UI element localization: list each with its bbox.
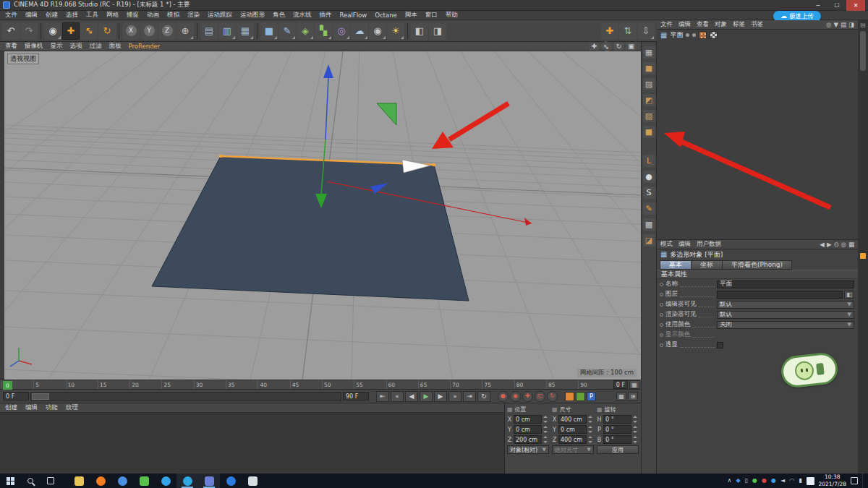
- viewport-canvas[interactable]: [4, 51, 641, 380]
- menu-item[interactable]: 捕捉: [127, 11, 139, 20]
- attribute-menu-item[interactable]: 模式: [660, 240, 673, 249]
- render-visibility-dropdown[interactable]: 默认▼: [717, 311, 854, 319]
- primitive-cube-icon[interactable]: ■: [260, 22, 278, 40]
- mouse-icon[interactable]: ●: [643, 171, 655, 183]
- instance-cube-icon[interactable]: ▧: [643, 110, 655, 122]
- cloud-tray-icon[interactable]: ●: [771, 478, 776, 484]
- menu-item[interactable]: 脚本: [405, 11, 417, 20]
- paint-brush-icon[interactable]: ✎: [643, 202, 655, 215]
- layout-icon[interactable]: ▤: [860, 22, 866, 28]
- render-view-icon[interactable]: ▤: [200, 22, 218, 40]
- next-frame-button[interactable]: ▶: [434, 391, 447, 402]
- material-menu-item[interactable]: 创建: [5, 403, 17, 412]
- keyframe-dot-icon[interactable]: [660, 313, 663, 317]
- x-axis-lock-icon[interactable]: X: [122, 22, 140, 40]
- menu-item[interactable]: 流水线: [293, 11, 312, 20]
- object-manager-menu-item[interactable]: 文件: [660, 20, 673, 29]
- z-axis-lock-icon[interactable]: Z: [158, 22, 176, 40]
- menu-item[interactable]: 创建: [46, 11, 58, 20]
- editor-visibility-dropdown[interactable]: 默认▼: [717, 301, 854, 309]
- file-explorer-icon[interactable]: [68, 474, 90, 488]
- menu-item[interactable]: RealFlow: [340, 12, 367, 19]
- object-name[interactable]: 平面: [670, 30, 683, 40]
- object-manager-menu-item[interactable]: 查看: [697, 20, 709, 29]
- start-button[interactable]: [0, 474, 20, 488]
- spinner[interactable]: [588, 415, 594, 424]
- environment-icon[interactable]: ☁: [351, 22, 368, 40]
- timeline-playhead[interactable]: 0: [3, 381, 12, 390]
- panel-icon[interactable]: ◨: [848, 21, 854, 28]
- name-field[interactable]: 平面: [717, 281, 854, 288]
- apply-button[interactable]: 应用: [597, 445, 639, 454]
- viewport-menu-item[interactable]: 查看: [5, 42, 17, 51]
- usb-icon[interactable]: ▯: [745, 478, 748, 484]
- key-mode-icon[interactable]: ▦: [616, 392, 626, 401]
- keyframe-dot-icon[interactable]: [660, 293, 663, 296]
- editor-visibility-dot[interactable]: [686, 33, 689, 37]
- current-frame-field[interactable]: 0 F: [613, 380, 628, 389]
- size-z-field[interactable]: 400 cm: [558, 435, 587, 444]
- material-menu-item[interactable]: 编辑: [25, 403, 38, 412]
- notification-center-icon[interactable]: [851, 477, 858, 484]
- spinner[interactable]: [633, 425, 639, 434]
- menu-item[interactable]: 插件: [320, 11, 332, 20]
- selection-tag-icon[interactable]: [699, 31, 707, 39]
- plane-object[interactable]: [152, 156, 469, 301]
- tab-phong[interactable]: 平滑着色(Phong): [722, 260, 792, 270]
- close-button[interactable]: ✕: [846, 0, 865, 11]
- layer-field[interactable]: [717, 291, 843, 299]
- record-keyframe-button[interactable]: ●: [498, 391, 509, 402]
- object-manager-menu-item[interactable]: 书签: [751, 20, 763, 29]
- attribute-menu-item[interactable]: 编辑: [678, 240, 691, 249]
- attribute-menu-item[interactable]: 用户数据: [697, 240, 721, 249]
- next-key-button[interactable]: »: [448, 391, 461, 402]
- layout-single-view-icon[interactable]: ◧: [411, 22, 428, 40]
- options-icon[interactable]: ⊞: [628, 392, 638, 401]
- viewport-menu-item[interactable]: 摄像机: [25, 42, 43, 51]
- separator[interactable]: [119, 23, 119, 39]
- workplane-move-icon[interactable]: ✚: [601, 22, 618, 40]
- layout-quad-view-icon[interactable]: ◨: [429, 22, 446, 40]
- menu-item[interactable]: 运动跟踪: [208, 11, 232, 20]
- axis-edit-icon[interactable]: ⇅: [619, 22, 637, 40]
- panel-tab-marker[interactable]: [860, 253, 866, 259]
- coordinate-mode-dropdown[interactable]: 对象(相对)▼: [507, 445, 549, 454]
- move-tool-icon[interactable]: ✚: [62, 22, 80, 40]
- input-method-icon[interactable]: [807, 477, 814, 485]
- y-axis-lock-icon[interactable]: Y: [140, 22, 158, 40]
- record-scale-toggle[interactable]: ◱: [535, 391, 545, 402]
- maximize-button[interactable]: ☐: [827, 0, 846, 11]
- show-desktop-button[interactable]: [862, 474, 866, 488]
- cinema4d-icon[interactable]: [198, 474, 220, 488]
- pan-view-icon[interactable]: ✚: [590, 43, 599, 51]
- record-position-toggle[interactable]: ✚: [522, 391, 533, 402]
- keyframe-dot-icon[interactable]: [660, 343, 663, 347]
- timeline-ruler[interactable]: 051015202530354045505560657075808590 0 F…: [0, 380, 641, 390]
- object-manager-menu-item[interactable]: 标签: [733, 20, 745, 29]
- keyframe-dot-icon[interactable]: [660, 333, 663, 337]
- menu-item[interactable]: 编辑: [25, 11, 38, 20]
- menu-item[interactable]: 选择: [66, 11, 78, 20]
- cube-small-icon[interactable]: ◪: [643, 234, 655, 247]
- search-button[interactable]: [20, 474, 41, 488]
- viewport-menu-item[interactable]: 过滤: [90, 42, 102, 51]
- menu-item[interactable]: 文件: [5, 11, 17, 20]
- app-blue-icon[interactable]: [111, 474, 133, 488]
- loop-button[interactable]: ↻: [477, 391, 490, 402]
- position-x-field[interactable]: 0 cm: [514, 415, 542, 424]
- textured-cube-icon[interactable]: ▨: [643, 78, 655, 90]
- recorder-icon[interactable]: ●: [762, 478, 767, 484]
- separator[interactable]: [41, 23, 41, 39]
- separator[interactable]: [407, 23, 408, 39]
- wechat-tray-icon[interactable]: ●: [752, 478, 757, 484]
- filter-icon[interactable]: ▼: [833, 21, 838, 28]
- view-label[interactable]: 透视视图: [7, 53, 39, 64]
- view-mode-icon[interactable]: ▤: [841, 21, 846, 28]
- battery-icon[interactable]: ▮: [799, 478, 801, 484]
- menu-item[interactable]: Octane: [375, 12, 397, 19]
- goto-start-button[interactable]: ⇤: [376, 391, 389, 402]
- material-menu-item[interactable]: 功能: [46, 403, 58, 412]
- rotation-h-field[interactable]: 0 °: [603, 415, 631, 424]
- lock-icon[interactable]: ⊙: [833, 241, 838, 248]
- network-icon[interactable]: ◠: [789, 478, 794, 484]
